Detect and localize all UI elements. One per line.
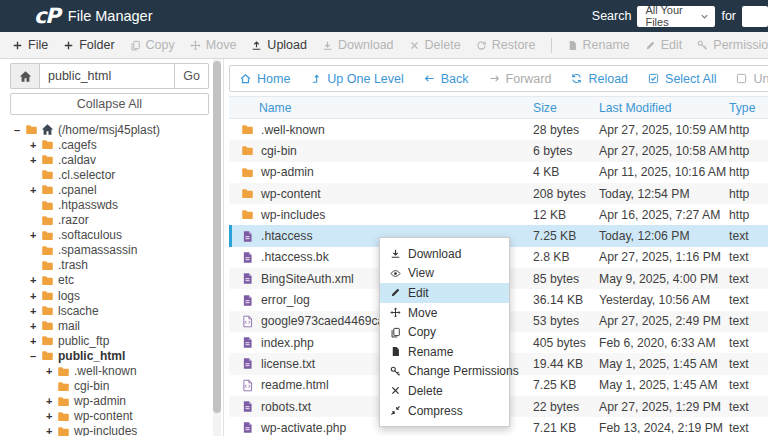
context-menu-delete[interactable]: Delete bbox=[380, 381, 509, 401]
folder-icon bbox=[57, 395, 70, 408]
tree-item-label: .cl.selector bbox=[58, 168, 115, 182]
tree-item-wp-admin[interactable]: +wp-admin bbox=[10, 394, 209, 409]
tree-item-public-ftp[interactable]: +public_ftp bbox=[10, 333, 209, 348]
tree-expander[interactable]: – bbox=[14, 124, 25, 136]
file-name: .htaccess.bk bbox=[261, 250, 329, 264]
tree-expander[interactable]: + bbox=[30, 274, 41, 286]
tree-item-razor[interactable]: .razor bbox=[10, 213, 209, 228]
tree-item-mail[interactable]: +mail bbox=[10, 318, 209, 333]
toolbar-folder-button[interactable]: Folder bbox=[63, 38, 114, 52]
sidebar-scrollbar-thumb[interactable] bbox=[213, 61, 221, 413]
column-header-type[interactable]: Type bbox=[729, 101, 768, 115]
tree-expander[interactable]: + bbox=[46, 365, 57, 377]
file-name: wp-activate.php bbox=[261, 421, 346, 435]
tree-item-trash[interactable]: .trash bbox=[10, 258, 209, 273]
nav-home-button[interactable]: Home bbox=[240, 72, 290, 86]
home-directory-button[interactable] bbox=[10, 63, 39, 89]
toolbar-rename-button[interactable]: Rename bbox=[567, 38, 630, 52]
checkbox-checked-icon bbox=[648, 73, 659, 84]
toolbar-file-button[interactable]: File bbox=[12, 38, 48, 52]
nav-up-one-level-button[interactable]: Up One Level bbox=[310, 72, 403, 86]
toolbar-permissions-button[interactable]: Permissions bbox=[697, 38, 768, 52]
nav-reload-button[interactable]: Reload bbox=[571, 72, 628, 86]
tree-expander[interactable]: + bbox=[30, 305, 41, 317]
table-row-wp-admin[interactable]: wp-admin4 KBApr 11, 2025, 10:16 AMhttp bbox=[229, 162, 768, 183]
table-row-wp-content[interactable]: wp-content208 bytesToday, 12:54 PMhttp bbox=[229, 183, 768, 204]
nav-unselect-all-button[interactable]: Unselect All bbox=[736, 72, 768, 86]
tree-expander[interactable]: + bbox=[30, 320, 41, 332]
restore-icon bbox=[476, 40, 487, 51]
tree-item-well-known[interactable]: +.well-known bbox=[10, 364, 209, 379]
table-row-cgi-bin[interactable]: cgi-bin6 bytesApr 27, 2025, 10:58 AMhttp bbox=[229, 140, 768, 161]
toolbar-edit-button[interactable]: Edit bbox=[645, 38, 683, 52]
context-menu-edit[interactable]: Edit bbox=[380, 283, 509, 303]
tree-item-logs[interactable]: +logs bbox=[10, 288, 209, 303]
path-input[interactable] bbox=[39, 63, 175, 89]
tree-item-home-msj45plast[interactable]: –(/home/msj45plast) bbox=[10, 122, 209, 137]
home-icon bbox=[240, 73, 251, 84]
tree-item-lscache[interactable]: +lscache bbox=[10, 303, 209, 318]
context-menu-rename[interactable]: Rename bbox=[380, 342, 509, 362]
toolbar-restore-button[interactable]: Restore bbox=[476, 38, 536, 52]
toolbar-delete-button[interactable]: Delete bbox=[409, 38, 461, 52]
key-icon bbox=[390, 366, 401, 377]
file-last-modified: Yesterday, 10:56 AM bbox=[599, 293, 729, 307]
tree-item-etc[interactable]: +etc bbox=[10, 273, 209, 288]
tree-item-label: lscache bbox=[58, 304, 99, 318]
tree-expander[interactable]: + bbox=[46, 395, 57, 407]
search-scope-select[interactable]: All Your Files bbox=[637, 6, 715, 27]
tree-expander[interactable]: + bbox=[30, 154, 41, 166]
table-row-well-known[interactable]: .well-known28 bytesApr 27, 2025, 10:59 A… bbox=[229, 119, 768, 140]
tree-item-wp-includes[interactable]: +wp-includes bbox=[10, 424, 209, 436]
toolbar-move-button[interactable]: Move bbox=[190, 38, 237, 52]
nav-back-button[interactable]: Back bbox=[424, 72, 469, 86]
tree-item-cgi-bin[interactable]: cgi-bin bbox=[10, 379, 209, 394]
tree-expander[interactable]: + bbox=[46, 410, 57, 422]
nav-select-all-button[interactable]: Select All bbox=[648, 72, 716, 86]
path-row: Go bbox=[10, 63, 209, 89]
folder-icon bbox=[41, 274, 54, 287]
tree-item-softaculous[interactable]: +.softaculous bbox=[10, 228, 209, 243]
toolbar-copy-button[interactable]: Copy bbox=[130, 38, 175, 52]
context-menu-view-label: View bbox=[408, 266, 434, 280]
toolbar-download-button[interactable]: Download bbox=[322, 38, 394, 52]
table-row-wp-includes[interactable]: wp-includes12 KBApr 16, 2025, 7:27 AMhtt… bbox=[229, 204, 768, 225]
tree-item-spamassassin[interactable]: .spamassassin bbox=[10, 243, 209, 258]
home-icon bbox=[19, 70, 32, 83]
tree-expander[interactable]: + bbox=[46, 425, 57, 436]
file-size: 19.44 KB bbox=[533, 357, 599, 371]
tree-expander[interactable]: + bbox=[30, 229, 41, 241]
column-header-last-modified[interactable]: Last Modified bbox=[599, 101, 729, 115]
file-icon bbox=[241, 421, 254, 434]
arrow-right-icon bbox=[489, 73, 500, 84]
search-input[interactable] bbox=[742, 6, 768, 27]
folder-icon bbox=[241, 123, 254, 136]
toolbar-upload-button[interactable]: Upload bbox=[251, 38, 307, 52]
tree-expander[interactable]: + bbox=[30, 184, 41, 196]
tree-item-htpasswds[interactable]: .htpasswds bbox=[10, 197, 209, 212]
tree-item-public-html[interactable]: –public_html bbox=[10, 348, 209, 363]
column-header-name[interactable]: Name bbox=[241, 101, 533, 115]
context-menu-compress[interactable]: Compress bbox=[380, 401, 509, 421]
file-type: text bbox=[729, 229, 768, 243]
nav-forward-button[interactable]: Forward bbox=[489, 72, 552, 86]
column-header-size[interactable]: Size bbox=[533, 101, 599, 115]
tree-expander[interactable]: + bbox=[30, 335, 41, 347]
file-name-cell: wp-includes bbox=[241, 208, 533, 222]
tree-item-wp-content[interactable]: +wp-content bbox=[10, 409, 209, 424]
tree-expander[interactable]: + bbox=[30, 290, 41, 302]
tree-expander[interactable]: + bbox=[30, 139, 41, 151]
tree-item-cpanel[interactable]: +.cpanel bbox=[10, 182, 209, 197]
collapse-all-button[interactable]: Collapse All bbox=[10, 93, 209, 115]
context-menu-view[interactable]: View bbox=[380, 264, 509, 284]
context-menu-copy[interactable]: Copy bbox=[380, 322, 509, 342]
tree-expander[interactable]: – bbox=[30, 350, 41, 362]
tree-item-cagefs[interactable]: +.cagefs bbox=[10, 137, 209, 152]
tree-item-cl-selector[interactable]: .cl.selector bbox=[10, 167, 209, 182]
context-menu-change-permissions[interactable]: Change Permissions bbox=[380, 362, 509, 382]
context-menu-move[interactable]: Move bbox=[380, 303, 509, 323]
context-menu-download[interactable]: Download bbox=[380, 244, 509, 264]
go-button[interactable]: Go bbox=[175, 63, 209, 89]
tree-item-caldav[interactable]: +.caldav bbox=[10, 152, 209, 167]
directory-tree: –(/home/msj45plast)+.cagefs+.caldav.cl.s… bbox=[10, 122, 209, 436]
